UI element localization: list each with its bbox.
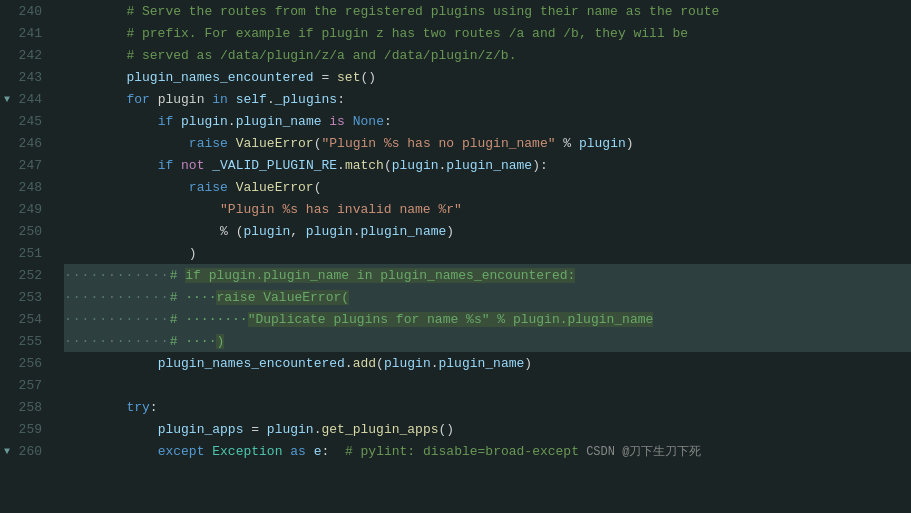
code-line-242: # served as /data/plugin/z/a and /data/p… [64, 44, 911, 66]
line-num-244: ▼244 [0, 88, 50, 110]
line-num-259: 259 [0, 418, 50, 440]
code-line-256: plugin_names_encountered.add(plugin.plug… [64, 352, 911, 374]
line-num-252: 252 [0, 264, 50, 286]
line-num-248: 248 [0, 176, 50, 198]
code-line-240: # Serve the routes from the registered p… [64, 0, 911, 22]
line-num-258: 258 [0, 396, 50, 418]
line-num-255: 255 [0, 330, 50, 352]
line-num-243: 243 [0, 66, 50, 88]
line-num-254: 254 [0, 308, 50, 330]
code-line-257 [64, 374, 911, 396]
code-line-243: plugin_names_encountered = set() [64, 66, 911, 88]
line-num-257: 257 [0, 374, 50, 396]
code-line-253: ············# ····raise ValueError( [64, 286, 911, 308]
code-line-254: ············# ········"Duplicate plugins… [64, 308, 911, 330]
line-num-251: 251 [0, 242, 50, 264]
code-line-251: ) [64, 242, 911, 264]
code-line-252: ············# if plugin.plugin_name in p… [64, 264, 911, 286]
code-line-259: plugin_apps = plugin.get_plugin_apps() [64, 418, 911, 440]
line-num-242: 242 [0, 44, 50, 66]
line-num-240: 240 [0, 0, 50, 22]
code-line-249: "Plugin %s has invalid name %r" [64, 198, 911, 220]
code-line-258: try: [64, 396, 911, 418]
code-line-245: if plugin.plugin_name is None: [64, 110, 911, 132]
code-line-246: raise ValueError("Plugin %s has no plugi… [64, 132, 911, 154]
code-line-247: if not _VALID_PLUGIN_RE.match(plugin.plu… [64, 154, 911, 176]
line-num-250: 250 [0, 220, 50, 242]
line-num-241: 241 [0, 22, 50, 44]
code-line-244: for plugin in self._plugins: [64, 88, 911, 110]
line-num-247: 247 [0, 154, 50, 176]
code-content[interactable]: # Serve the routes from the registered p… [60, 0, 911, 513]
line-num-249: 249 [0, 198, 50, 220]
line-num-260: ▼260 [0, 440, 50, 462]
code-line-241: # prefix. For example if plugin z has tw… [64, 22, 911, 44]
code-editor: 240 241 242 243 ▼244 245 246 247 248 249… [0, 0, 911, 513]
line-num-256: 256 [0, 352, 50, 374]
line-num-253: 253 [0, 286, 50, 308]
code-line-248: raise ValueError( [64, 176, 911, 198]
code-line-250: % (plugin, plugin.plugin_name) [64, 220, 911, 242]
code-line-255: ············# ····) [64, 330, 911, 352]
line-numbers: 240 241 242 243 ▼244 245 246 247 248 249… [0, 0, 60, 513]
line-num-246: 246 [0, 132, 50, 154]
code-line-260: except Exception as e: # pylint: disable… [64, 440, 911, 462]
line-num-245: 245 [0, 110, 50, 132]
